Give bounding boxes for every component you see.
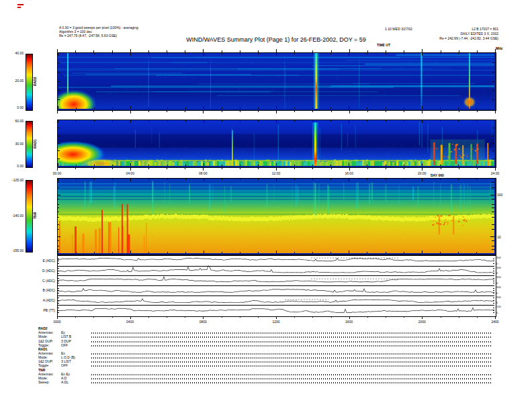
rad1-panel [57, 120, 496, 168]
line-panel-label: E (ADC) [32, 259, 55, 263]
colorbar-rad2 [26, 54, 33, 111]
colorbar-tick-label: -140.00 [5, 214, 24, 218]
time-tick-label: 20:00 [418, 171, 427, 175]
panel-name-rad1: RAD1 [33, 134, 38, 154]
legend-dotted-leader [91, 378, 492, 379]
legend-key: Toggle: [38, 343, 61, 347]
legend-dotted-leader [91, 374, 492, 375]
legend-dotted-leader [91, 353, 492, 355]
legend-key: Toggle: [38, 363, 61, 367]
time-tick-label: 0400 [126, 320, 134, 324]
legend-key: Antennas: [38, 351, 61, 355]
line-panel-right-top: 300 [496, 267, 501, 269]
legend-row: Sweep:A:DL [38, 380, 494, 384]
legend-key: Sweep: [38, 380, 61, 384]
time-tick-label: 24:00 [491, 171, 500, 175]
time-tick-label: 1600 [345, 320, 353, 324]
rad2-unit-label: MHz [496, 46, 502, 50]
line-panel-right-bottom: 0 [496, 292, 498, 295]
legend-key: 1&2 DUP: [38, 359, 61, 363]
colorbar-rad1 [26, 121, 33, 168]
colorbar-tick-label: 30.00 [5, 142, 24, 146]
line-panel-right-bottom: 0 [496, 272, 498, 275]
legend-key: Mode: [38, 355, 61, 359]
time-tick-label: 04:00 [126, 171, 134, 175]
legend-key: RAD2 [38, 326, 61, 330]
day-label: DAY 060 [431, 173, 444, 177]
time-tick-label: 0800 [200, 320, 207, 324]
line-panel-label: D (ADC) [32, 269, 55, 273]
legend-key: RAD1 [38, 347, 61, 351]
time-tick-label: 16:00 [345, 171, 353, 175]
waves-summary-figure: A 0.30 = 3 good sweeps per pixel (100%) … [0, 0, 532, 411]
legend-dotted-leader [91, 332, 492, 334]
line-panel-right-top: 300 [496, 286, 501, 289]
line-panel-label: A (ADC) [32, 298, 55, 302]
legend-key: Antennas: [38, 372, 61, 376]
legend-dotted-leader [91, 345, 492, 347]
tnr-right-tick-label: 100 [497, 193, 502, 197]
time-tick-label: 12:00 [272, 171, 281, 175]
legend-value: Ex Ey [61, 372, 89, 376]
edit-stamp: DAILY EDITED 3 X, 2002 [403, 32, 498, 36]
line-panels [57, 255, 496, 317]
line-panel-right-bottom: 0 [496, 312, 498, 314]
legend-value: L O,D (B) [61, 355, 89, 359]
legend-value: 3 LIST [61, 359, 89, 363]
colorbar-tick-label: 20.00 [5, 79, 24, 83]
colorbar-tick-label: -155.00 [5, 248, 24, 253]
time-axis-title: TIME UT [377, 43, 390, 47]
legend-value: Ey [61, 330, 89, 334]
legend-value: OFF [61, 363, 89, 367]
time-tick-label: 2400 [491, 320, 498, 324]
time-tick-label: 08:00 [199, 171, 208, 175]
legend-value: A:DL [61, 380, 89, 384]
legend-dotted-leader [91, 382, 492, 383]
line-panel-right-bottom: 0 [496, 263, 498, 265]
tnr-right-tick-label: 10 [497, 235, 501, 239]
line-panel-right-top: 300 [496, 296, 501, 299]
housekeeping-traces [58, 256, 494, 315]
l2-stamp: L2 B 17007 = 801 [442, 27, 498, 31]
legend-value: Ex [61, 351, 89, 355]
colorbar-tnr [26, 180, 33, 253]
colorbar-tick-label: -125.00 [5, 178, 24, 182]
tnr-panel [57, 178, 496, 255]
colorbar-tick-label: 60.00 [5, 119, 24, 123]
rad1-spectrogram [58, 120, 494, 166]
legend-value: LIST B [61, 334, 89, 338]
time-tick-label: 2000 [418, 320, 426, 324]
line-panel-right-bottom: 0 [496, 302, 498, 304]
time-tick-label: 00:00 [53, 171, 62, 175]
legend-key: Antennas: [38, 330, 61, 334]
line-panel-right-top: 300 [496, 257, 501, 259]
line-panel-label: PB (TT) [32, 308, 55, 312]
legend-value: OFF [61, 343, 89, 347]
line-panel-right-top: 100 [496, 306, 501, 308]
line-panel-right-top: 300 [496, 276, 501, 279]
rad2-spectrogram [58, 53, 494, 109]
colorbar-tick-label: 0.00 [5, 105, 24, 109]
line-panel-right-bottom: 0 [496, 282, 498, 285]
panel-name-rad2: RAD2 [33, 71, 38, 91]
legend-value: 3 DUP [61, 339, 89, 343]
legend-key: Mode: [38, 334, 61, 338]
tnr-spectrogram [58, 179, 494, 253]
legend-dotted-leader [91, 341, 492, 342]
panel-name-tnr: TNR [33, 205, 38, 226]
time-tick-label: 0000 [53, 320, 60, 324]
legend-dotted-leader [91, 357, 492, 359]
legend-key: 1&2 DUP: [38, 339, 61, 343]
instrument-legend: RAD2Antennas:EyMode:LIST B1&2 DUP:3 DUPT… [38, 326, 494, 384]
legend-key: TNR [38, 368, 61, 372]
colorbar-tick-label: 0.00 [5, 164, 24, 168]
corner-stamp-red [17, 4, 27, 9]
legend-value: A:D [61, 376, 89, 380]
line-panel-label: C (ADC) [32, 279, 55, 283]
legend-dotted-leader [91, 336, 492, 338]
legend-key: Mode: [38, 376, 61, 380]
time-tick-label: 1200 [272, 320, 279, 324]
rad2-panel [57, 52, 496, 111]
legend-dotted-leader [91, 361, 492, 363]
colorbar-tick-label: 40.00 [5, 51, 24, 55]
